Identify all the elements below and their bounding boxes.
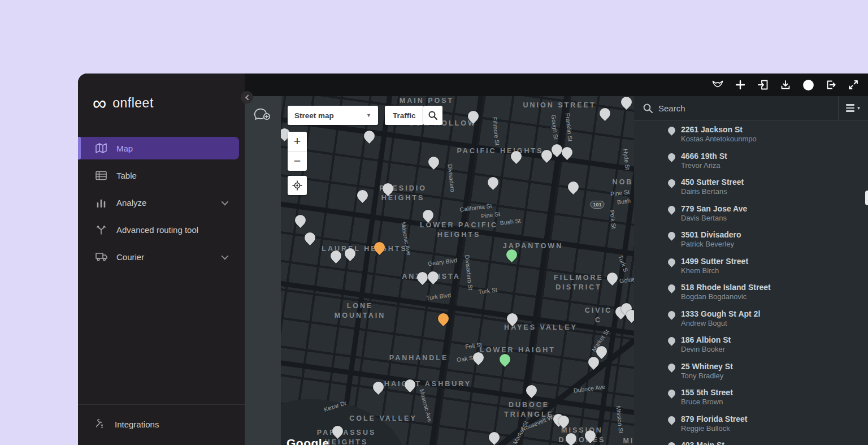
chevron-down-icon: ▼ bbox=[366, 113, 371, 118]
map-area-label: LOWER HAIGHT bbox=[480, 345, 555, 355]
map-area-label: PANHANDLE bbox=[389, 353, 449, 363]
task-recipient-name: Patrick Beverley bbox=[681, 240, 741, 249]
map-area-label: HAYES VALLEY bbox=[504, 323, 578, 332]
task-pin-icon bbox=[666, 125, 676, 135]
task-pin-icon bbox=[666, 414, 676, 425]
map-area-label: UNION STREET bbox=[523, 101, 596, 110]
search-input[interactable] bbox=[658, 103, 817, 113]
locate-button[interactable] bbox=[288, 176, 307, 195]
task-recipient-name: Bruce Brown bbox=[681, 398, 733, 407]
chat-add-icon[interactable] bbox=[253, 105, 272, 121]
logout-icon[interactable] bbox=[822, 76, 840, 94]
task-recipient-name: Tony Bradley bbox=[681, 371, 733, 381]
task-list-item[interactable]: 450 Sutter Street Dairis Bertans bbox=[634, 174, 868, 200]
task-recipient-name: Reggie Bullock bbox=[681, 424, 748, 433]
map-area-label: MIS bbox=[623, 437, 634, 445]
task-recipient-name: Khem Birch bbox=[681, 266, 748, 275]
add-icon[interactable] bbox=[731, 76, 749, 94]
task-address: 3501 Divisadero bbox=[681, 230, 741, 240]
task-list-item[interactable]: 1499 Sutter Street Khem Birch bbox=[634, 253, 868, 279]
task-recipient-name: Devin Booker bbox=[681, 345, 731, 354]
task-pin-icon bbox=[666, 388, 676, 398]
sidebar-item-integrations[interactable]: Integrations bbox=[78, 404, 245, 445]
app-window: ? MAIN PO bbox=[78, 74, 868, 445]
task-pin-icon bbox=[666, 178, 676, 188]
highway-101-shield: 101 bbox=[590, 201, 604, 209]
expand-icon[interactable] bbox=[844, 76, 862, 94]
map-area-label: MAIN POST bbox=[400, 96, 454, 105]
task-recipient-name: Trevor Ariza bbox=[681, 161, 727, 170]
map-area-label: NOB bbox=[613, 178, 633, 187]
infinity-icon: ∞ bbox=[93, 97, 106, 109]
search-bar[interactable] bbox=[634, 96, 838, 120]
task-list-item[interactable]: 4666 19th St Trevor Ariza bbox=[634, 148, 868, 174]
task-list-item[interactable]: 518 Rhode Island Street Bogdan Bogdanovi… bbox=[634, 279, 868, 305]
task-list-item[interactable]: 1333 Gough St Apt 2l Andrew Bogut bbox=[634, 305, 868, 332]
sidebar-item-label: Integrations bbox=[115, 420, 159, 429]
courier-fox-icon[interactable] bbox=[709, 76, 727, 94]
task-list-item[interactable]: 186 Albion St Devin Booker bbox=[634, 331, 868, 358]
svg-text:?: ? bbox=[806, 81, 810, 88]
task-list-item[interactable]: 2261 Jackson St Kostas Antetokounmpo bbox=[634, 121, 868, 148]
sidebar: ∞ onfleet Map Table Analyze bbox=[78, 74, 245, 445]
sidebar-item-label: Advanced routing tool bbox=[116, 225, 198, 235]
logo-text: onfleet bbox=[112, 96, 154, 111]
sidebar-nav: Map Table Analyze Advanced routing too bbox=[78, 137, 245, 404]
traffic-button[interactable]: Traffic bbox=[385, 106, 424, 125]
task-list-item[interactable]: 879 Florida Street Reggie Bullock bbox=[634, 411, 868, 437]
task-address: 403 Main St bbox=[681, 440, 724, 445]
task-recipient-name: Andrew Bogut bbox=[681, 319, 760, 328]
zoom-out-button[interactable]: − bbox=[288, 152, 307, 171]
task-address: 2261 Jackson St bbox=[681, 125, 757, 135]
help-icon[interactable]: ? bbox=[799, 76, 817, 94]
truck-icon bbox=[95, 252, 107, 261]
chevron-down-icon: ▼ bbox=[857, 106, 861, 111]
map-icon bbox=[95, 143, 107, 153]
task-pin-icon bbox=[666, 362, 676, 372]
task-list-item[interactable]: 403 Main St bbox=[634, 437, 868, 445]
sidebar-item-analyze[interactable]: Analyze bbox=[78, 191, 239, 214]
task-recipient-name: Davis Bertans bbox=[681, 214, 747, 223]
task-pin-icon bbox=[666, 230, 676, 240]
map-area-label: HAIGHT ASHBURY bbox=[384, 379, 471, 389]
map-area-label: FILLMORE DISTRICT bbox=[554, 273, 604, 292]
task-address: 1333 Gough St Apt 2l bbox=[681, 309, 760, 319]
task-list-item[interactable]: 3501 Divisadero Patrick Beverley bbox=[634, 226, 868, 253]
task-pin-icon bbox=[666, 309, 676, 319]
sidebar-item-label: Analyze bbox=[116, 198, 146, 208]
chevron-down-icon bbox=[222, 252, 229, 260]
import-icon[interactable] bbox=[754, 76, 772, 94]
task-address: 879 Florida Street bbox=[681, 414, 748, 424]
task-pin-icon bbox=[666, 440, 676, 445]
routing-icon bbox=[95, 224, 107, 235]
list-view-toggle[interactable]: ▼ bbox=[839, 96, 868, 120]
sidebar-item-courier[interactable]: Courier bbox=[78, 245, 239, 268]
sidebar-item-table[interactable]: Table bbox=[78, 164, 239, 187]
task-recipient-name: Bogdan Bogdanovic bbox=[681, 292, 771, 301]
task-list-item[interactable]: 779 San Jose Ave Davis Bertans bbox=[634, 200, 868, 227]
map-area-label: PACIFIC HEIGHTS bbox=[457, 146, 543, 156]
task-list-item[interactable]: 25 Whitney St Tony Bradley bbox=[634, 358, 868, 384]
map-search-button[interactable] bbox=[423, 106, 442, 125]
zoom-in-button[interactable]: + bbox=[288, 132, 307, 151]
map-side-strip bbox=[245, 96, 281, 445]
sidebar-item-advanced-routing-tool[interactable]: Advanced routing tool bbox=[78, 218, 239, 241]
task-address: 186 Albion St bbox=[681, 335, 731, 345]
map-area-label: COLE VALLEY bbox=[349, 414, 417, 424]
map-area-label: CIVIC C bbox=[581, 306, 617, 325]
map-viewport[interactable]: MAIN POSTUNION STREETCOW HOLLOWPACIFIC H… bbox=[281, 96, 634, 445]
map-layer-selector[interactable]: Street map ▼ bbox=[288, 106, 378, 125]
task-list-item[interactable]: 155 5th Street Bruce Brown bbox=[634, 384, 868, 411]
layer-selector-value: Street map bbox=[294, 111, 334, 120]
task-pin-icon bbox=[666, 257, 676, 267]
task-address: 4666 19th St bbox=[681, 152, 727, 161]
sidebar-collapse-button[interactable] bbox=[241, 91, 253, 103]
sidebar-item-map[interactable]: Map bbox=[78, 137, 239, 159]
download-icon[interactable] bbox=[776, 76, 795, 94]
list-icon bbox=[846, 104, 854, 112]
task-address: 1499 Sutter Street bbox=[681, 257, 748, 266]
scrollbar-thumb[interactable] bbox=[865, 191, 868, 205]
task-panel: ▼ 2261 Jackson St Kostas Antetokounmpo 4… bbox=[634, 96, 868, 445]
task-panel-header: ▼ bbox=[634, 96, 868, 120]
top-toolbar: ? bbox=[245, 74, 868, 96]
